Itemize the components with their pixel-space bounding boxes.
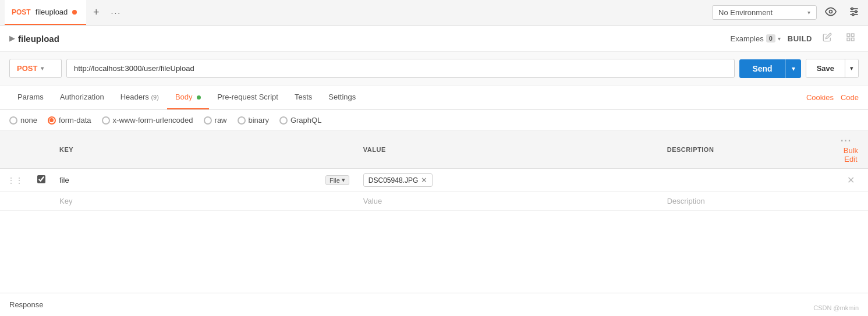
url-bar: POST ▾ Send ▾ Save ▾ bbox=[0, 52, 868, 86]
svg-rect-9 bbox=[847, 38, 850, 41]
environment-selector[interactable]: No Environment ▾ bbox=[712, 5, 817, 20]
save-dropdown-button[interactable]: ▾ bbox=[845, 59, 858, 77]
edit-icon-button[interactable] bbox=[819, 31, 835, 45]
settings-icon-button[interactable] bbox=[845, 2, 863, 23]
col-value-header: VALUE bbox=[356, 131, 660, 169]
code-link[interactable]: Code bbox=[841, 93, 859, 102]
body-type-raw[interactable]: raw bbox=[204, 116, 227, 125]
empty-desc-cell[interactable]: Description bbox=[660, 192, 834, 211]
send-button-group: Send ▾ bbox=[739, 59, 800, 78]
file-type-label: File bbox=[330, 177, 340, 184]
examples-chevron-icon: ▾ bbox=[778, 35, 781, 42]
env-label: No Environment bbox=[718, 8, 773, 17]
cookies-link[interactable]: Cookies bbox=[806, 93, 834, 102]
layout-icon-button[interactable] bbox=[842, 31, 859, 45]
radio-raw bbox=[204, 116, 212, 125]
delete-cell: ✕ bbox=[834, 169, 868, 192]
col-check-header bbox=[30, 131, 52, 169]
table-row: ⋮⋮ file File ▾ DSC05948.JPG ✕ bbox=[0, 169, 868, 192]
radio-form-data-inner bbox=[49, 118, 54, 122]
request-title: ▶ fileupload bbox=[9, 34, 59, 44]
radio-form-data bbox=[48, 116, 56, 125]
add-tab-button[interactable]: + bbox=[88, 4, 104, 21]
method-selector[interactable]: POST ▾ bbox=[9, 59, 62, 78]
chevron-down-icon: ▾ bbox=[807, 9, 810, 16]
more-options-icon[interactable]: ··· bbox=[841, 136, 852, 145]
examples-button[interactable]: Examples 0 ▾ bbox=[731, 34, 781, 43]
tab-body[interactable]: Body bbox=[167, 86, 209, 109]
body-type-form-data[interactable]: form-data bbox=[48, 116, 91, 125]
radio-binary bbox=[238, 116, 246, 125]
tab-tests[interactable]: Tests bbox=[286, 86, 320, 109]
col-key-header: KEY bbox=[52, 131, 356, 169]
delete-row-button[interactable]: ✕ bbox=[847, 175, 855, 185]
tab-right-links: Cookies Code bbox=[806, 93, 859, 102]
radio-none bbox=[9, 116, 17, 125]
tab-settings[interactable]: Settings bbox=[320, 86, 364, 109]
file-type-chevron-icon: ▾ bbox=[342, 176, 345, 184]
send-dropdown-button[interactable]: ▾ bbox=[785, 59, 801, 78]
tab-bar-right: No Environment ▾ bbox=[712, 2, 863, 23]
col-description-header: DESCRIPTION bbox=[660, 131, 834, 169]
drag-handle-icon[interactable]: ⋮⋮ bbox=[7, 176, 23, 185]
body-active-dot bbox=[197, 95, 201, 100]
remove-file-button[interactable]: ✕ bbox=[421, 176, 427, 184]
method-chevron-icon: ▾ bbox=[41, 65, 44, 72]
empty-value-cell[interactable]: Value bbox=[356, 192, 660, 211]
send-button[interactable]: Send bbox=[739, 59, 785, 78]
tab-name: fileupload bbox=[36, 8, 68, 16]
tab-more-button[interactable]: ··· bbox=[107, 6, 126, 20]
col-drag-header bbox=[0, 131, 30, 169]
tab-authorization[interactable]: Authorization bbox=[52, 86, 112, 109]
chevron-right-icon: ▶ bbox=[9, 34, 15, 42]
empty-desc-placeholder: Description bbox=[667, 197, 705, 205]
request-tabs: Params Authorization Headers (9) Body Pr… bbox=[0, 86, 868, 110]
save-button[interactable]: Save bbox=[806, 59, 845, 77]
tab-prerequest[interactable]: Pre-request Script bbox=[209, 86, 286, 109]
title-bar-right: Examples 0 ▾ BUILD bbox=[731, 31, 859, 45]
file-type-selector[interactable]: File ▾ bbox=[325, 175, 349, 185]
empty-value-placeholder: Value bbox=[363, 197, 382, 205]
empty-table-row: Key Value Description bbox=[0, 192, 868, 211]
empty-actions-cell bbox=[834, 192, 868, 211]
method-label: POST bbox=[17, 64, 37, 73]
build-button[interactable]: BUILD bbox=[788, 34, 812, 43]
svg-rect-10 bbox=[851, 38, 854, 41]
examples-label: Examples bbox=[731, 34, 764, 43]
bulk-edit-button[interactable]: Bulk Edit bbox=[841, 146, 861, 164]
svg-rect-7 bbox=[847, 34, 850, 37]
eye-icon-button[interactable] bbox=[821, 2, 840, 23]
file-value-tag: DSC05948.JPG ✕ bbox=[363, 173, 433, 187]
empty-key-placeholder: Key bbox=[59, 197, 72, 205]
body-type-bar: none form-data x-www-form-urlencoded raw… bbox=[0, 110, 868, 131]
svg-point-6 bbox=[852, 13, 854, 15]
save-button-group: Save ▾ bbox=[806, 59, 859, 78]
radio-urlencoded bbox=[102, 116, 110, 125]
body-type-graphql[interactable]: GraphQL bbox=[279, 116, 321, 125]
active-tab[interactable]: POST fileupload bbox=[5, 0, 86, 25]
tab-method: POST bbox=[12, 8, 31, 16]
tab-unsaved-dot bbox=[72, 10, 77, 15]
svg-point-4 bbox=[851, 8, 853, 9]
drag-cell: ⋮⋮ bbox=[0, 169, 30, 192]
body-type-none[interactable]: none bbox=[9, 116, 37, 125]
description-cell bbox=[660, 169, 834, 192]
svg-point-0 bbox=[830, 10, 832, 13]
headers-badge: (9) bbox=[151, 94, 158, 101]
svg-rect-8 bbox=[851, 34, 854, 37]
col-actions-header: ··· Bulk Edit bbox=[834, 131, 868, 169]
body-type-urlencoded[interactable]: x-www-form-urlencoded bbox=[102, 116, 193, 125]
empty-drag-cell bbox=[0, 192, 30, 211]
body-type-binary[interactable]: binary bbox=[238, 116, 269, 125]
tab-headers[interactable]: Headers (9) bbox=[112, 86, 167, 109]
request-name: fileupload bbox=[18, 34, 59, 44]
tab-params[interactable]: Params bbox=[9, 86, 52, 109]
key-value: file bbox=[59, 176, 69, 184]
empty-check-cell bbox=[30, 192, 52, 211]
url-input[interactable] bbox=[66, 59, 735, 78]
row-checkbox[interactable] bbox=[37, 175, 45, 183]
tab-bar: POST fileupload + ··· No Environment ▾ bbox=[0, 0, 868, 26]
file-name: DSC05948.JPG bbox=[369, 176, 418, 184]
check-cell bbox=[30, 169, 52, 192]
empty-key-cell[interactable]: Key bbox=[52, 192, 356, 211]
